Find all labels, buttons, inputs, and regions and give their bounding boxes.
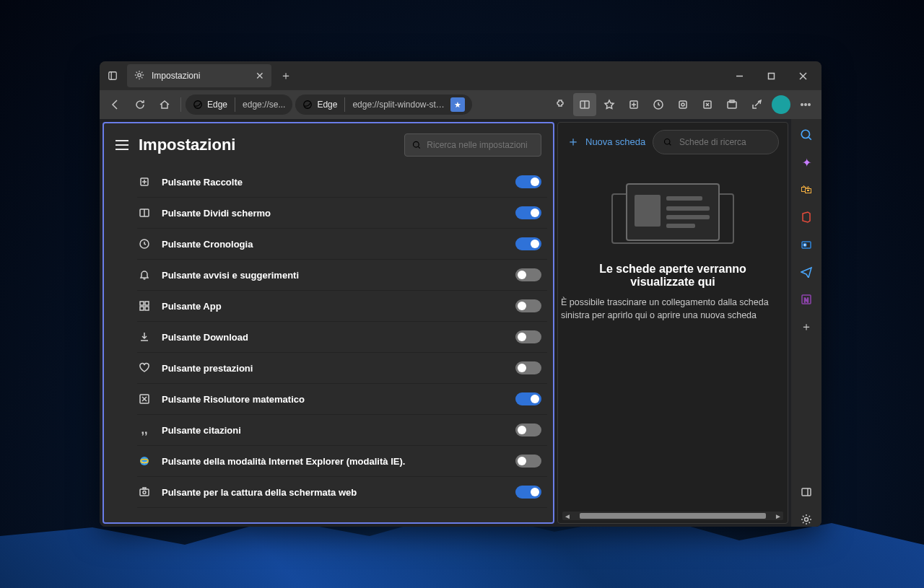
sidebar-send-icon[interactable] xyxy=(799,265,814,279)
share-button[interactable] xyxy=(745,93,768,116)
svg-point-2 xyxy=(138,74,141,76)
sidebar-shopping-icon[interactable]: 🛍 xyxy=(799,183,814,197)
settings-row: Pulsante Cronologia xyxy=(137,229,547,260)
settings-row-label: Pulsante avvisi e suggerimenti xyxy=(162,270,515,281)
settings-toggle[interactable] xyxy=(515,175,541,188)
app-button[interactable] xyxy=(671,93,694,116)
settings-row-label: Pulsante Cronologia xyxy=(162,239,515,250)
search-icon xyxy=(663,137,672,147)
svg-line-41 xyxy=(669,144,671,145)
svg-point-8 xyxy=(304,101,312,109)
math-icon xyxy=(137,392,152,406)
extensions-button[interactable] xyxy=(549,93,572,116)
svg-point-39 xyxy=(143,491,146,494)
svg-rect-31 xyxy=(140,302,144,305)
settings-toggle[interactable] xyxy=(515,237,541,250)
collections-button[interactable] xyxy=(622,93,645,116)
sidebar-add-icon[interactable]: ＋ xyxy=(799,320,814,334)
settings-row-label: Pulsante Risolutore matematico xyxy=(162,394,515,405)
settings-toggle[interactable] xyxy=(515,392,541,405)
settings-toggle[interactable] xyxy=(515,486,541,499)
settings-row-label: Pulsante prestazioni xyxy=(162,363,515,374)
settings-row-label: Pulsante citazioni xyxy=(162,425,515,436)
tab-actions-button[interactable] xyxy=(103,66,123,86)
svg-rect-38 xyxy=(140,489,149,496)
settings-row: Pulsante App xyxy=(137,291,547,322)
svg-rect-34 xyxy=(145,307,149,310)
settings-row-label: Pulsante Raccolte xyxy=(162,177,515,188)
settings-toggle[interactable] xyxy=(515,455,541,468)
svg-point-7 xyxy=(194,101,202,109)
refresh-button[interactable] xyxy=(128,93,152,116)
tabs-illustration xyxy=(608,183,738,248)
settings-toggle[interactable] xyxy=(515,330,541,343)
edge-sidebar: ✦ 🛍 N ＋ xyxy=(791,119,821,527)
settings-toggle[interactable] xyxy=(515,299,541,312)
sidebar-search-icon[interactable] xyxy=(799,128,814,142)
close-tab-icon[interactable]: ✕ xyxy=(256,70,264,82)
svg-point-16 xyxy=(681,103,684,106)
svg-point-20 xyxy=(801,104,803,105)
svg-point-42 xyxy=(801,130,809,138)
profile-button[interactable] xyxy=(770,93,793,116)
maximize-button[interactable] xyxy=(755,64,787,87)
svg-line-43 xyxy=(808,137,811,139)
avatar-icon xyxy=(772,95,790,114)
settings-toggle[interactable] xyxy=(515,424,541,436)
quote-icon: ,, xyxy=(137,423,152,437)
sidebar-settings-icon[interactable] xyxy=(799,512,814,527)
home-button[interactable] xyxy=(153,93,176,116)
edge-logo-icon xyxy=(302,100,313,110)
more-button[interactable] xyxy=(794,93,817,116)
download-icon xyxy=(137,330,152,344)
settings-title: Impostazioni xyxy=(139,136,394,154)
back-button[interactable] xyxy=(104,93,127,116)
sidebar-outlook-icon[interactable] xyxy=(799,237,814,252)
horizontal-scrollbar[interactable]: ◄► xyxy=(562,512,783,520)
capture-icon xyxy=(137,485,152,499)
sidebar-discover-icon[interactable]: ✦ xyxy=(799,155,814,170)
split-search[interactable] xyxy=(653,130,779,154)
browser-tab[interactable]: Impostazioni ✕ xyxy=(127,64,271,87)
settings-toggle[interactable] xyxy=(515,361,541,374)
history-button[interactable] xyxy=(647,93,670,116)
split-screen-button[interactable] xyxy=(573,93,596,116)
settings-search[interactable] xyxy=(404,133,541,157)
address-left[interactable]: Edge edge://se... xyxy=(186,95,292,115)
gear-icon xyxy=(134,70,146,82)
split-search-input[interactable] xyxy=(679,137,768,147)
split-heading: Le schede aperte verranno visualizzate q… xyxy=(558,263,788,289)
ie-icon xyxy=(137,454,152,468)
sidebar-onenote-icon[interactable]: N xyxy=(799,292,814,307)
minimize-button[interactable] xyxy=(723,64,755,87)
split-icon xyxy=(137,206,152,220)
math-button[interactable] xyxy=(696,93,719,116)
bell-icon xyxy=(137,268,152,282)
hamburger-menu-button[interactable] xyxy=(116,140,128,150)
settings-row-label: Pulsante Download xyxy=(162,332,515,343)
capture-button[interactable] xyxy=(720,93,744,116)
svg-line-24 xyxy=(418,146,419,148)
sidebar-office-icon[interactable] xyxy=(799,210,814,224)
settings-row-label: Pulsante Dividi schermo xyxy=(162,208,515,219)
close-window-button[interactable] xyxy=(787,64,819,87)
svg-rect-4 xyxy=(768,73,774,79)
settings-list[interactable]: Pulsante RaccoltePulsante Dividi schermo… xyxy=(104,167,553,522)
split-new-tab-button[interactable]: ＋ Nuova scheda xyxy=(567,134,645,150)
tab-title: Impostazioni xyxy=(152,71,250,81)
settings-row: ,,Pulsante citazioni xyxy=(137,415,547,446)
split-subtext: È possibile trascinare un collegamento d… xyxy=(558,289,788,322)
favorites-button[interactable] xyxy=(598,93,621,116)
address-right[interactable]: Edge edge://split-window-sta... ★ xyxy=(295,95,472,115)
settings-toggle[interactable] xyxy=(515,206,541,219)
settings-toggle[interactable] xyxy=(515,268,541,281)
settings-row: Pulsante Risolutore matematico xyxy=(137,384,547,415)
sidebar-hide-icon[interactable] xyxy=(799,485,814,499)
svg-point-36 xyxy=(140,457,149,465)
settings-row-label: Pulsante App xyxy=(162,301,515,312)
settings-search-input[interactable] xyxy=(427,140,533,150)
apps-icon xyxy=(137,299,152,313)
svg-point-23 xyxy=(414,141,419,147)
favorite-star-icon[interactable]: ★ xyxy=(450,97,465,112)
new-tab-button[interactable]: ＋ xyxy=(276,66,296,86)
